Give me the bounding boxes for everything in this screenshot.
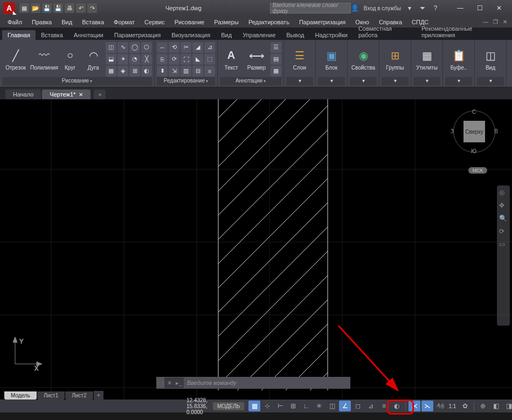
draw-small-icon[interactable]: ◐ [141,66,152,77]
nav-orbit-icon[interactable]: ⟳ [499,228,508,236]
signin-icon[interactable]: 👤 [351,4,359,12]
modify-icon[interactable]: ◣ [192,54,203,65]
snap-mode-icon[interactable]: ⊹ [261,401,273,411]
modify-icon[interactable]: ⇲ [169,66,179,77]
ribbon-tab-view[interactable]: Вид [216,30,237,40]
modify-icon[interactable]: ≡ [204,66,215,77]
panel-title-anno[interactable]: Аннотации [220,77,281,86]
modify-icon[interactable]: ⊿ [204,42,215,53]
draw-small-icon[interactable]: ✶ [117,54,128,65]
menu-dimension[interactable]: Размеры [210,18,243,26]
wcs-badge[interactable]: МСК [468,167,487,174]
osnap-icon[interactable]: ∠ [339,401,351,411]
transparency-icon[interactable]: ◐ [391,401,403,411]
menu-draw[interactable]: Рисование [170,18,209,26]
tab-close-icon[interactable]: ✕ [79,92,83,98]
polar-icon[interactable]: ✳ [313,401,325,411]
modify-icon[interactable]: ⊟ [192,66,203,77]
line-button[interactable]: ╱Отрезок [2,43,29,76]
anno-small-icon[interactable]: ▦ [271,66,281,77]
props-button[interactable]: ◉Свойства [350,43,377,76]
draw-small-icon[interactable]: ╳ [141,54,152,65]
ribbon-tab-visualize[interactable]: Визуализация [166,30,216,40]
nav-pan-icon[interactable]: ✥ [499,202,508,210]
modify-icon[interactable]: ⟲ [169,42,179,53]
utils-button[interactable]: ▦Утилиты [413,43,440,76]
anno-small-icon[interactable]: ☰ [271,42,281,53]
draw-small-icon[interactable]: ⬓ [106,54,116,65]
modify-icon[interactable]: ⛶ [181,54,191,65]
status-model-button[interactable]: МОДЕЛЬ [213,402,244,410]
scale-value[interactable]: 1:1 [446,403,458,409]
annoscale-show-icon[interactable]: ⋌ [409,401,420,411]
menu-tools[interactable]: Сервис [140,18,169,26]
vc-south[interactable]: Ю [471,148,476,154]
menu-insert[interactable]: Вставка [78,18,108,26]
nav-showmot-icon[interactable]: ▭ [499,240,508,249]
anno-small-icon[interactable]: ▤ [271,54,281,65]
nav-wheel-icon[interactable]: ◎ [499,189,508,197]
doc-tab-drawing1[interactable]: Чертеж1*✕ [42,89,91,99]
modify-icon[interactable]: ↔ [157,42,168,53]
draw-small-icon[interactable]: ◯ [129,42,140,53]
help-icon[interactable]: ? [431,4,440,12]
cloud-icon[interactable]: ▾ [405,4,414,12]
cmd-input[interactable]: Введите команду [184,377,350,388]
drawing-canvas[interactable]: Сверху С Ю З В МСК ◎ ✥ 🔍 ⟳ ▭ Y X ⋮⋮ ✕ ▸_… [0,99,512,401]
ribbon-tab-collab[interactable]: Совместная работа [353,24,416,40]
signin-label[interactable]: Вход в службы [364,5,401,11]
qat-redo-icon[interactable]: ↷ [87,3,97,13]
navigation-bar[interactable]: ◎ ✥ 🔍 ⟳ ▭ [497,185,510,326]
ribbon-tab-output[interactable]: Вывод [281,30,309,40]
ribbon-tab-manage[interactable]: Управление [237,30,281,40]
grid-mode-icon[interactable]: ▦ [248,401,260,411]
layout-tab-1[interactable]: Лист1 [37,391,65,400]
qat-new-icon[interactable]: ▦ [19,3,29,13]
qat-undo-icon[interactable]: ↶ [76,3,86,13]
qat-saveas-icon[interactable]: 💾 [53,3,63,13]
view-button[interactable]: ◫Вид [477,43,504,76]
exchange-icon[interactable]: ⏷ [418,4,427,12]
ribbon-tab-addins[interactable]: Надстройки [310,30,353,40]
panel-title-modify[interactable]: Редактирование [157,77,215,86]
draw-small-icon[interactable]: ∿ [117,42,128,53]
panel-title-view[interactable]: ▾ [477,77,504,86]
ribbon-tab-home[interactable]: Главная [2,30,36,40]
vc-north[interactable]: С [472,109,476,115]
clip-button[interactable]: 📋Буфе.. [445,43,472,76]
vc-east[interactable]: В [494,128,498,134]
draw-small-icon[interactable]: ◔ [129,54,140,65]
annoscale-auto-icon[interactable]: ⋋ [421,401,433,411]
panel-title-utils[interactable]: ▾ [413,77,440,86]
draw-small-icon[interactable]: ▦ [106,66,116,77]
cmd-close-icon[interactable]: ✕ [164,377,174,388]
dynamic-input-icon[interactable]: ⊞ [287,401,299,411]
view-cube[interactable]: Сверху С Ю З В [453,110,496,153]
modify-icon[interactable]: ▥ [181,66,191,77]
draw-small-icon[interactable]: ⊞ [129,66,140,77]
minimize-button[interactable]: — [451,1,470,16]
draw-small-icon[interactable]: ⬡ [141,42,152,53]
polyline-button[interactable]: 〰Полилиния [31,43,58,76]
draw-small-icon[interactable]: ◈ [117,66,128,77]
menu-file[interactable]: Файл [3,18,26,26]
nav-zoom-icon[interactable]: 🔍 [499,215,508,223]
doc-tab-start[interactable]: Начало [5,89,41,99]
modify-icon[interactable]: ⬍ [157,66,168,77]
isolate-icon[interactable]: ◧ [490,401,502,411]
ribbon-tab-annotate[interactable]: Аннотации [68,30,109,40]
app-logo[interactable]: A [3,2,15,14]
modify-icon[interactable]: ◢ [192,42,203,53]
doc-tab-add-button[interactable]: ＋ [94,89,106,99]
qat-open-icon[interactable]: 📂 [31,3,40,13]
qat-save-icon[interactable]: 💾 [42,3,52,13]
menu-format[interactable]: Формат [109,18,139,26]
panel-title-layers[interactable]: ▾ [286,77,313,86]
modify-icon[interactable]: ⟳ [169,54,179,65]
3dosnap-icon[interactable]: ◻ [352,401,364,411]
gear-icon[interactable]: ✿ [459,401,471,411]
ortho-icon[interactable]: ∟ [300,401,312,411]
draw-small-icon[interactable]: ◫ [106,42,116,53]
annoscale-icon[interactable]: ⅍ [434,401,446,411]
dim-button[interactable]: ⟷Размер [244,43,269,76]
